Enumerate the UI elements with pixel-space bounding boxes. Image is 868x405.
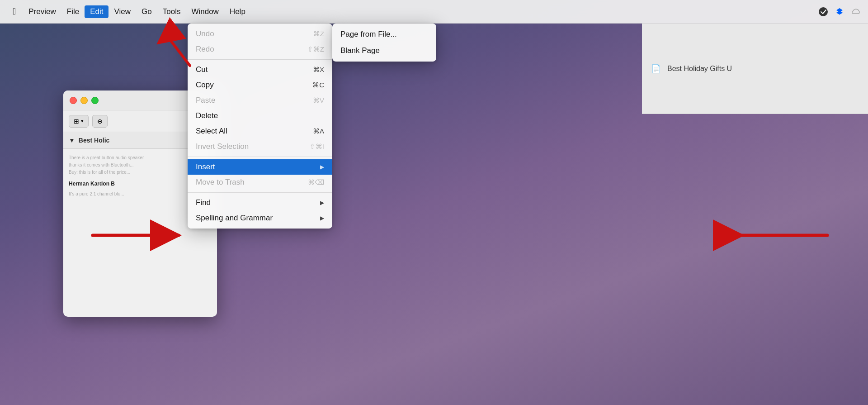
- menu-item-find-arrow: ▶: [320, 200, 324, 206]
- file-menu[interactable]: File: [61, 5, 85, 18]
- help-menu[interactable]: Help: [224, 5, 251, 18]
- traffic-light-yellow[interactable]: [80, 97, 88, 104]
- menu-item-insert[interactable]: Insert ▶: [188, 159, 332, 175]
- submenu-item-page-from-file-label: Page from File...: [340, 30, 397, 39]
- submenu-item-blank-page-label: Blank Page: [340, 46, 380, 55]
- menu-item-move-to-trash[interactable]: Move to Trash ⌘⌫: [188, 175, 332, 190]
- menu-item-paste-shortcut: ⌘V: [313, 96, 324, 105]
- svg-line-4: [167, 36, 190, 66]
- menubar:  Preview File Edit View Go Tools Window…: [0, 0, 868, 24]
- menu-item-insert-arrow: ▶: [320, 164, 324, 170]
- arrow-page-from-file: [732, 222, 823, 249]
- menu-item-redo[interactable]: Redo ⇧⌘Z: [188, 42, 332, 57]
- menu-item-invert-selection[interactable]: Invert Selection ⇧⌘I: [188, 139, 332, 154]
- menu-item-cut[interactable]: Cut ⌘X: [188, 62, 332, 77]
- menu-divider-3: [188, 192, 332, 193]
- menu-item-undo-shortcut: ⌘Z: [313, 30, 324, 38]
- creative-cloud-icon[interactable]: [851, 7, 861, 17]
- checkmark-icon[interactable]: [818, 7, 828, 17]
- preview-menu[interactable]: Preview: [23, 5, 61, 18]
- right-window-doc-icon: 📄: [651, 64, 661, 74]
- menubar-right-icons: [818, 7, 861, 17]
- svg-marker-2: [836, 10, 843, 14]
- traffic-light-green[interactable]: [91, 97, 99, 104]
- sidebar-toggle-button[interactable]: ⊞ ▾: [69, 115, 89, 128]
- zoom-button[interactable]: ⊖: [92, 115, 108, 128]
- traffic-light-red[interactable]: [70, 97, 77, 104]
- menu-item-copy-shortcut: ⌘C: [312, 81, 324, 89]
- apple-menu[interactable]: : [7, 5, 21, 19]
- menu-item-invert-selection-shortcut: ⇧⌘I: [310, 143, 324, 151]
- menu-item-paste-label: Paste: [196, 96, 215, 105]
- view-menu[interactable]: View: [108, 5, 136, 18]
- svg-point-0: [819, 7, 828, 16]
- menu-item-find-label: Find: [196, 198, 211, 207]
- right-window-title: Best Holiday Gifts U: [667, 65, 732, 73]
- menu-item-select-all-label: Select All: [196, 127, 227, 136]
- menu-item-redo-shortcut: ⇧⌘Z: [307, 45, 324, 53]
- right-window: 📄 Best Holiday Gifts U: [642, 24, 868, 114]
- menu-item-delete-label: Delete: [196, 111, 218, 120]
- menu-item-copy[interactable]: Copy ⌘C: [188, 77, 332, 93]
- sidebar-file-name: Best Holic: [79, 137, 109, 144]
- menu-item-find[interactable]: Find ▶: [188, 195, 332, 210]
- menu-item-copy-label: Copy: [196, 81, 214, 90]
- window-menu[interactable]: Window: [186, 5, 224, 18]
- dropbox-icon[interactable]: [835, 7, 844, 17]
- menu-divider-1: [188, 59, 332, 60]
- edit-menu[interactable]: Edit: [85, 5, 108, 18]
- menu-item-delete[interactable]: Delete: [188, 108, 332, 124]
- menu-item-undo[interactable]: Undo ⌘Z: [188, 26, 332, 42]
- menu-item-cut-shortcut: ⌘X: [313, 66, 324, 74]
- menu-item-select-all-shortcut: ⌘A: [313, 127, 324, 135]
- menu-item-insert-label: Insert: [196, 162, 215, 172]
- menu-item-move-to-trash-shortcut: ⌘⌫: [308, 178, 324, 186]
- arrow-edit: [154, 27, 199, 63]
- menu-item-invert-selection-label: Invert Selection: [196, 142, 249, 151]
- menu-item-paste[interactable]: Paste ⌘V: [188, 93, 332, 108]
- arrow-insert: [88, 222, 192, 249]
- menu-item-spelling-grammar-label: Spelling and Grammar: [196, 214, 273, 223]
- menu-divider-2: [188, 157, 332, 157]
- menu-item-select-all[interactable]: Select All ⌘A: [188, 124, 332, 139]
- go-menu[interactable]: Go: [136, 5, 157, 18]
- menu-item-spelling-grammar-arrow: ▶: [320, 215, 324, 221]
- menu-item-move-to-trash-label: Move to Trash: [196, 178, 245, 187]
- submenu-item-page-from-file[interactable]: Page from File...: [332, 26, 436, 43]
- edit-dropdown-menu: Undo ⌘Z Redo ⇧⌘Z Cut ⌘X Copy ⌘C Paste ⌘V…: [188, 24, 332, 229]
- tools-menu[interactable]: Tools: [157, 5, 186, 18]
- insert-submenu: Page from File... Blank Page: [332, 24, 436, 62]
- submenu-item-blank-page[interactable]: Blank Page: [332, 43, 436, 59]
- menu-item-spelling-grammar[interactable]: Spelling and Grammar ▶: [188, 210, 332, 226]
